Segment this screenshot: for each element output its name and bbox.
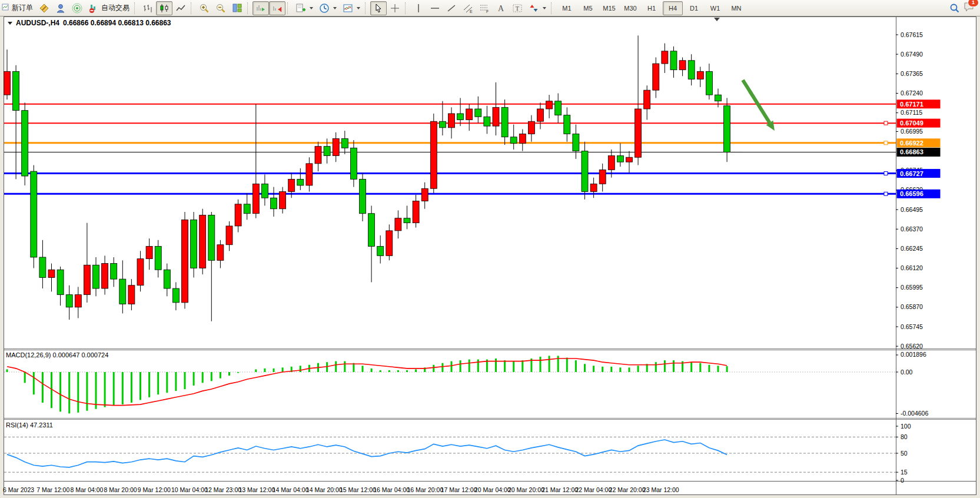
tf-button-M5[interactable]: M5 xyxy=(578,1,598,15)
bar-chart-button[interactable] xyxy=(139,1,156,15)
svg-text:20 Mar 20:00: 20 Mar 20:00 xyxy=(508,486,544,493)
zoom-out-button[interactable] xyxy=(212,1,229,15)
candle-body xyxy=(261,184,268,198)
chart-shift-icon xyxy=(272,3,283,14)
svg-text:0.66596: 0.66596 xyxy=(900,190,923,197)
notifications-button[interactable]: 1 xyxy=(963,1,975,15)
candle-body xyxy=(57,270,64,294)
tf-button-M1[interactable]: M1 xyxy=(557,1,577,15)
chevron-down-icon xyxy=(543,7,546,9)
candle-body xyxy=(599,170,606,184)
tile-windows-button[interactable] xyxy=(229,1,245,15)
tf-button-H1[interactable]: H1 xyxy=(642,1,662,15)
svg-text:A: A xyxy=(498,4,504,13)
indicators-button[interactable] xyxy=(293,1,316,15)
candle-body xyxy=(66,295,72,307)
candle-body xyxy=(128,285,135,304)
candle-body xyxy=(4,71,11,95)
line-handle[interactable] xyxy=(884,172,888,175)
candle-body xyxy=(280,192,286,209)
tf-button-D1[interactable]: D1 xyxy=(684,1,704,15)
candle-body xyxy=(333,138,339,155)
signals-button[interactable] xyxy=(69,1,85,15)
text-label-icon: T xyxy=(512,3,523,14)
svg-text:E: E xyxy=(470,9,473,14)
candle-body xyxy=(449,114,455,128)
autotrade-button[interactable]: 自动交易 xyxy=(85,1,132,15)
candle-body xyxy=(653,64,659,90)
auto-scroll-button[interactable] xyxy=(253,1,269,15)
tf-button-M30[interactable]: M30 xyxy=(620,1,640,15)
svg-text:0: 0 xyxy=(901,477,904,484)
candle-body xyxy=(608,156,614,170)
tf-button-H4[interactable]: H4 xyxy=(663,1,683,15)
candle-body xyxy=(253,184,259,213)
svg-text:8 Mar 04:00: 8 Mar 04:00 xyxy=(70,486,103,493)
candle-body xyxy=(155,246,161,270)
svg-text:-0.004606: -0.004606 xyxy=(901,410,928,417)
tf-button-W1[interactable]: W1 xyxy=(705,1,725,15)
candle-body xyxy=(297,179,304,185)
equidistant-channel-icon: E xyxy=(463,3,473,14)
fibonacci-button[interactable]: F xyxy=(476,1,493,15)
candle-body xyxy=(697,71,703,79)
chevron-down-icon xyxy=(357,7,360,9)
tf-button-M15[interactable]: M15 xyxy=(599,1,619,15)
toolbar-grip xyxy=(191,2,194,14)
fibonacci-icon: F xyxy=(479,3,490,14)
new-order-button[interactable]: 新订单 xyxy=(9,1,36,15)
templates-button[interactable] xyxy=(340,1,363,15)
line-handle[interactable] xyxy=(884,192,888,195)
time-axis: 6 Mar 20237 Mar 12:008 Mar 04:008 Mar 20… xyxy=(3,486,679,493)
candle-body xyxy=(724,106,730,152)
metaeditor-button[interactable] xyxy=(36,1,52,15)
candle-body xyxy=(404,218,410,223)
candle-body xyxy=(679,61,686,70)
svg-text:0.001896: 0.001896 xyxy=(901,351,926,358)
symbol-period-label: AUDUSD-,H4 xyxy=(16,19,59,27)
auto-scroll-icon xyxy=(255,3,266,14)
svg-text:0.67171: 0.67171 xyxy=(900,101,923,108)
candle-body xyxy=(146,246,152,258)
candle-body xyxy=(386,231,393,255)
svg-text:0.65745: 0.65745 xyxy=(901,323,923,330)
line-chart-button[interactable] xyxy=(172,1,189,15)
horizontal-line-icon xyxy=(430,3,440,14)
svg-text:100: 100 xyxy=(901,423,911,430)
tf-button-MN[interactable]: MN xyxy=(726,1,746,15)
ohlc-readout: 0.66866 0.66894 0.66813 0.66863 xyxy=(63,19,171,27)
candle-body xyxy=(350,148,357,179)
horizontal-line-button[interactable] xyxy=(427,1,443,15)
candlestick-chart-button[interactable] xyxy=(156,1,172,15)
text-button[interactable]: A xyxy=(493,1,509,15)
svg-text:0.67365: 0.67365 xyxy=(901,70,923,77)
line-handle[interactable] xyxy=(884,141,888,145)
svg-text:16 Mar 04:00: 16 Mar 04:00 xyxy=(373,486,410,493)
candle-body xyxy=(235,204,241,226)
svg-text:6 Mar 2023: 6 Mar 2023 xyxy=(3,486,34,493)
candle-body xyxy=(421,188,428,201)
cursor-button[interactable] xyxy=(370,1,387,15)
svg-text:22 Mar 20:00: 22 Mar 20:00 xyxy=(609,486,646,493)
arrows-button[interactable] xyxy=(526,1,549,15)
autotrade-icon xyxy=(88,3,99,14)
trendline-button[interactable] xyxy=(443,1,460,15)
periods-button[interactable] xyxy=(316,1,340,15)
candle-body xyxy=(191,220,197,268)
chart-title[interactable]: AUDUSD-,H4 0.66866 0.66894 0.66813 0.668… xyxy=(8,19,171,27)
text-label-button[interactable]: T xyxy=(509,1,526,15)
chart-canvas[interactable]: 0.676150.674900.673650.672400.671150.669… xyxy=(0,0,980,498)
crosshair-button[interactable] xyxy=(387,1,403,15)
equidistant-channel-button[interactable]: E xyxy=(460,1,476,15)
svg-text:0.66245: 0.66245 xyxy=(901,245,923,252)
svg-text:50: 50 xyxy=(901,450,908,457)
candle-body xyxy=(137,259,144,285)
candle-body xyxy=(475,109,481,117)
search-button[interactable] xyxy=(946,1,963,15)
line-handle[interactable] xyxy=(884,121,888,125)
zoom-in-button[interactable] xyxy=(196,1,212,15)
candle-body xyxy=(564,115,570,134)
vertical-line-button[interactable] xyxy=(410,1,427,15)
chart-shift-button[interactable] xyxy=(269,1,285,15)
community-button[interactable] xyxy=(52,1,69,15)
